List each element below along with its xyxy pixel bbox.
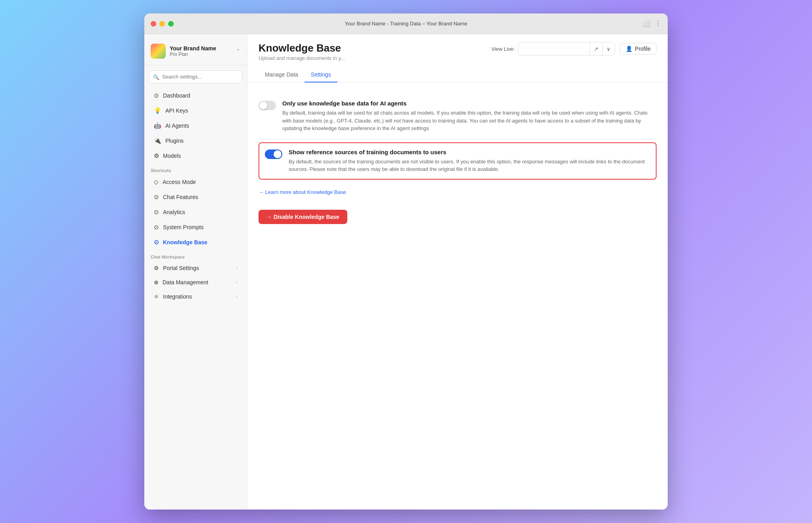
knowledge-base-icon: ⊙ (154, 239, 159, 246)
tabs: Manage Data Settings (259, 67, 657, 82)
app-window: Your Brand Name - Training Data – Your B… (144, 13, 668, 510)
search-box: 🔍 (149, 70, 242, 83)
sidebar-item-integrations[interactable]: ⚛ Integrations › (147, 290, 244, 303)
sidebar-item-ai-agents[interactable]: 🤖 AI Agents (147, 119, 244, 133)
sidebar-item-dashboard[interactable]: ⊙ Dashboard (147, 88, 244, 103)
setting-title-references: Show reference sources of training docum… (289, 149, 650, 155)
maximize-button[interactable] (168, 21, 174, 27)
view-live-input[interactable] (518, 42, 590, 55)
sidebar-item-label: Chat Features (163, 194, 198, 200)
models-icon: ⚙ (154, 152, 159, 159)
integrations-icon: ⚛ (154, 293, 159, 300)
portal-settings-icon: ⚙ (154, 265, 159, 271)
data-management-icon: ⊗ (154, 279, 159, 285)
dashboard-icon: ⊙ (154, 92, 159, 99)
sidebar-item-label: System Prompts (163, 224, 204, 230)
access-mode-icon: ◇ (154, 178, 159, 186)
sidebar-item-label: Integrations (163, 293, 192, 300)
more-options-icon[interactable]: ⋮ (655, 20, 661, 27)
chevron-right-icon: › (236, 294, 237, 299)
profile-label: Profile (635, 46, 651, 52)
setting-row-agents-only: Only use knowledge base data for AI agen… (259, 94, 657, 139)
integrations-left: ⚛ Integrations (154, 293, 192, 300)
workspace-section-label: Chat Workspace (144, 250, 247, 261)
toggle-thumb (274, 150, 282, 158)
chevron-right-icon: › (236, 265, 237, 271)
analytics-icon: ⊙ (154, 209, 159, 216)
header-right: View Live: ↗ ∨ 👤 Profile (491, 42, 657, 56)
sidebar-item-portal-settings[interactable]: ⚙ Portal Settings › (147, 261, 244, 275)
view-live-external-button[interactable]: ↗ (590, 42, 602, 55)
brand-chevron-icon[interactable]: ⌃ (236, 48, 241, 54)
sidebar-item-knowledge-base[interactable]: ⊙ Knowledge Base (147, 235, 244, 249)
tab-manage-data[interactable]: Manage Data (259, 67, 304, 82)
sidebar: Your Brand Name Pro Plan ⌃ 🔍 ⊙ Dashboard… (144, 34, 247, 510)
system-prompts-icon: ⊙ (154, 224, 159, 231)
setting-info-agents-only: Only use knowledge base data for AI agen… (282, 100, 657, 132)
page-title-section: Knowledge Base Upload and manage documen… (259, 42, 345, 61)
toggle-references[interactable] (265, 149, 282, 159)
view-live-input-group: ↗ ∨ (518, 42, 615, 56)
profile-button[interactable]: 👤 Profile (620, 43, 657, 55)
sidebar-item-label: API Keys (165, 107, 188, 114)
sidebar-item-chat-features[interactable]: ⊙ Chat Features (147, 190, 244, 204)
disable-knowledge-base-button[interactable]: → Disable Knowledge Base (259, 210, 347, 224)
view-live-label: View Live: (491, 46, 515, 52)
sidebar-item-models[interactable]: ⚙ Models (147, 149, 244, 163)
sidebar-item-api-keys[interactable]: 💡 API Keys (147, 103, 244, 118)
view-live-section: View Live: ↗ ∨ (491, 42, 615, 56)
shortcuts-section-label: Shortcuts (144, 163, 247, 174)
ai-agents-icon: 🤖 (154, 122, 161, 129)
learn-more-link[interactable]: → Learn more about Knowledge Base (259, 189, 346, 195)
sidebar-item-analytics[interactable]: ⊙ Analytics (147, 205, 244, 219)
api-keys-icon: 💡 (154, 107, 161, 114)
search-input[interactable] (149, 70, 242, 83)
chat-features-icon: ⊙ (154, 193, 159, 201)
page-subtitle: Upload and manage documents in y... (259, 55, 345, 61)
sidebar-item-label: Dashboard (163, 92, 190, 99)
minimize-button[interactable] (159, 21, 165, 27)
toggle-thumb (259, 102, 267, 109)
toggle-track-on[interactable] (265, 149, 282, 159)
sidebar-item-plugins[interactable]: 🔌 Plugins (147, 134, 244, 148)
page-title: Knowledge Base (259, 42, 345, 54)
sidebar-item-label: Analytics (163, 209, 185, 215)
sidebar-item-data-management[interactable]: ⊗ Data Management › (147, 276, 244, 289)
sidebar-item-label: Plugins (165, 138, 184, 144)
plugins-icon: 🔌 (154, 137, 161, 144)
share-icon[interactable]: ⬜ (642, 20, 650, 27)
titlebar-actions: ⬜ ⋮ (642, 20, 661, 27)
chevron-right-icon: › (236, 280, 237, 285)
sidebar-item-label: AI Agents (165, 123, 189, 129)
profile-icon: 👤 (626, 46, 632, 52)
setting-desc-agents-only: By default, training data will be used f… (282, 109, 657, 132)
page-header-top: Knowledge Base Upload and manage documen… (259, 42, 657, 61)
sidebar-item-system-prompts[interactable]: ⊙ System Prompts (147, 220, 244, 234)
sidebar-item-label: Knowledge Base (163, 239, 207, 245)
view-live-dropdown-button[interactable]: ∨ (602, 42, 615, 55)
page-header: Knowledge Base Upload and manage documen… (247, 34, 668, 82)
window-title: Your Brand Name - Training Data – Your B… (345, 21, 467, 27)
setting-title-agents-only: Only use knowledge base data for AI agen… (282, 100, 657, 107)
brand-name: Your Brand Name (170, 45, 232, 52)
sidebar-item-label: Portal Settings (163, 265, 199, 271)
setting-info-references: Show reference sources of training docum… (289, 149, 650, 173)
sidebar-item-label: Data Management (163, 279, 208, 285)
app-body: Your Brand Name Pro Plan ⌃ 🔍 ⊙ Dashboard… (144, 34, 668, 510)
brand-info: Your Brand Name Pro Plan (170, 45, 232, 57)
main-content: Knowledge Base Upload and manage documen… (247, 34, 668, 510)
toggle-track[interactable] (259, 101, 276, 110)
brand-plan: Pro Plan (170, 52, 232, 57)
tab-settings[interactable]: Settings (304, 67, 337, 82)
sidebar-item-label: Models (163, 153, 181, 159)
toggle-agents-only[interactable] (259, 101, 276, 110)
settings-content: Only use knowledge base data for AI agen… (247, 82, 668, 510)
data-management-left: ⊗ Data Management (154, 279, 208, 285)
search-icon: 🔍 (153, 74, 159, 80)
setting-desc-references: By default, the sources of the training … (289, 158, 650, 173)
setting-row-references: Show reference sources of training docum… (259, 142, 657, 180)
traffic-lights (151, 21, 174, 27)
close-button[interactable] (151, 21, 156, 27)
titlebar: Your Brand Name - Training Data – Your B… (144, 13, 668, 34)
sidebar-item-access-mode[interactable]: ◇ Access Mode (147, 175, 244, 189)
